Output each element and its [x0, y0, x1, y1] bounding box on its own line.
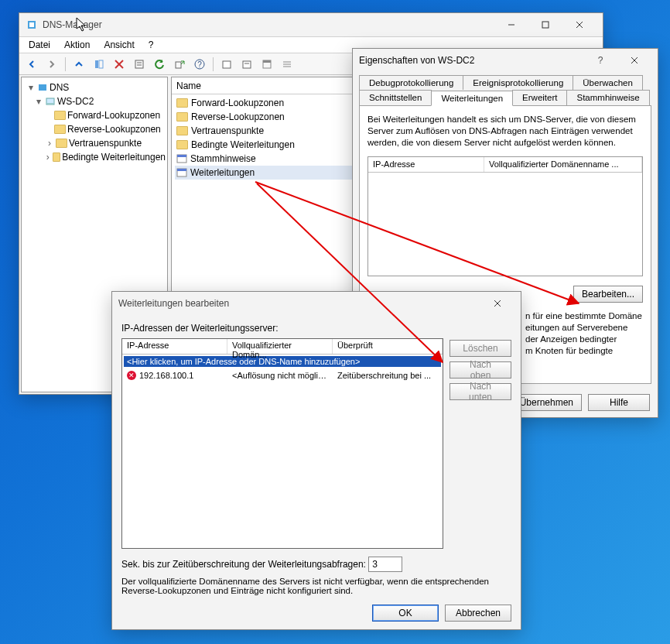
col-fqdn[interactable]: Vollqualifizierter Domän... — [227, 339, 333, 354]
svg-rect-7 — [99, 60, 103, 68]
menu-action[interactable]: Aktion — [58, 38, 96, 52]
ip-list[interactable]: IP-Adresse Vollqualifizierter Domän... Ü… — [121, 338, 443, 549]
tree-server-label: WS-DC2 — [57, 96, 94, 107]
forwarders-note: n für eine bestimmte Domäne eitungen auf… — [525, 310, 642, 357]
svg-rect-26 — [47, 103, 53, 104]
tab-debug[interactable]: Debugprotokollierung — [359, 75, 463, 90]
menu-help[interactable]: ? — [142, 38, 160, 52]
window-title: DNS-Manager — [43, 19, 102, 30]
ip-value: 192.168.100.1 — [139, 371, 193, 380]
edit-forwarders-button[interactable]: Bearbeiten... — [573, 286, 643, 303]
svg-rect-3 — [542, 22, 549, 28]
titlebar[interactable]: Eigenschaften von WS-DC2 ? — [353, 49, 658, 72]
add-ip-placeholder[interactable]: <Hier klicken, um IP-Adresse oder DNS-Na… — [124, 356, 441, 367]
tab-monitor[interactable]: Überwachen — [573, 75, 643, 90]
col-ip[interactable]: IP-Adresse — [368, 157, 484, 172]
dialog-title: Weiterleitungen bearbeiten — [118, 298, 229, 309]
svg-rect-20 — [263, 60, 271, 63]
tree-folder[interactable]: ›Vertrauenspunkte — [23, 136, 166, 150]
tab-roothints[interactable]: Stammhinweise — [566, 90, 649, 105]
apply-button[interactable]: Übernehmen — [511, 394, 582, 411]
folder-icon — [176, 112, 188, 122]
delete-ip-button[interactable]: Löschen — [450, 340, 511, 357]
ok-button[interactable]: OK — [372, 605, 439, 622]
tree-item-label: Vertrauenspunkte — [69, 138, 142, 149]
menu-file[interactable]: Datei — [22, 38, 56, 52]
new-zone-button[interactable] — [217, 56, 236, 73]
list-button[interactable] — [278, 56, 296, 73]
cursor-icon — [76, 17, 88, 33]
move-up-button[interactable]: Nach oben — [450, 361, 511, 379]
svg-rect-16 — [223, 61, 231, 68]
tab-advanced[interactable]: Erweitert — [512, 90, 567, 105]
close-button[interactable] — [562, 14, 597, 36]
list-item-label: Reverse-Lookupzonen — [191, 111, 285, 122]
folder-icon — [56, 139, 67, 148]
titlebar[interactable]: DNS-Manager — [19, 13, 603, 36]
move-down-button[interactable]: Nach unten — [450, 383, 511, 400]
list-item-label: Stammhinweise — [190, 153, 256, 164]
svg-rect-17 — [243, 61, 251, 68]
new-record-button[interactable] — [238, 56, 256, 73]
export-button[interactable] — [170, 56, 189, 73]
list-item-label: Bedingte Weiterleitungen — [191, 139, 295, 150]
tree-root[interactable]: ▾ DNS — [23, 80, 166, 94]
tab-forwarders[interactable]: Weiterleitungen — [431, 91, 513, 106]
svg-rect-6 — [95, 60, 98, 68]
folder-icon — [54, 111, 66, 120]
back-button[interactable] — [22, 56, 41, 73]
tree-item-label: Reverse-Lookupzonen — [67, 124, 161, 135]
tree-item-label: Bedingte Weiterleitungen — [62, 152, 166, 163]
error-icon: ✕ — [127, 371, 136, 380]
folder-icon — [176, 140, 188, 149]
tree-folder[interactable]: ›Bedingte Weiterleitungen — [23, 150, 166, 164]
tree-server[interactable]: ▾ WS-DC2 — [23, 94, 166, 108]
svg-rect-10 — [135, 60, 143, 68]
maximize-button[interactable] — [528, 14, 562, 36]
svg-rect-28 — [177, 155, 186, 157]
folder-icon — [176, 126, 188, 135]
timeout-input[interactable] — [368, 557, 402, 572]
help-button[interactable]: ? — [190, 56, 209, 73]
forwarders-list[interactable]: IP-Adresse Vollqualifizierter Domänennam… — [367, 156, 643, 276]
svg-text:?: ? — [197, 60, 202, 69]
list-header-name: Name — [176, 80, 201, 91]
forward-button[interactable] — [43, 56, 61, 73]
cancel-button[interactable]: Abbrechen — [445, 605, 511, 622]
list-item-label: Forward-Lookupzonen — [191, 98, 284, 108]
svg-rect-13 — [176, 62, 181, 68]
tab-interfaces[interactable]: Schnittstellen — [359, 90, 432, 105]
tree-root-label: DNS — [50, 82, 69, 93]
list-item-label: Weiterleitungen — [190, 167, 255, 178]
svg-rect-1 — [29, 22, 34, 27]
help-button-bottom[interactable]: Hilfe — [588, 394, 650, 411]
server-icon — [45, 96, 56, 107]
delete-button[interactable] — [110, 56, 128, 73]
col-verified[interactable]: Überprüft — [333, 339, 443, 354]
ip-list-label: IP-Adressen der Weiterleitungsserver: — [121, 323, 511, 334]
verified-value: Zeitüberschreitung bei ... — [333, 371, 443, 380]
edit-forwarders-dialog: Weiterleitungen bearbeiten IP-Adressen d… — [111, 291, 521, 630]
help-button[interactable]: ? — [583, 50, 617, 71]
up-button[interactable] — [70, 56, 88, 73]
tree-item-label: Forward-Lookupzonen — [67, 110, 160, 121]
folder-icon — [54, 125, 66, 134]
titlebar[interactable]: Weiterleitungen bearbeiten — [112, 292, 521, 315]
close-button[interactable] — [617, 50, 651, 71]
tree-folder[interactable]: Forward-Lookupzonen — [23, 108, 166, 122]
show-hide-tree-button[interactable] — [90, 56, 108, 73]
refresh-button[interactable] — [150, 56, 169, 73]
ip-row[interactable]: ✕ 192.168.100.1 <Auflösung nicht möglic.… — [122, 368, 443, 382]
minimize-button[interactable] — [494, 14, 528, 36]
list-item-label: Vertrauenspunkte — [191, 125, 264, 136]
tree-folder[interactable]: Reverse-Lookupzonen — [23, 122, 166, 136]
col-ip[interactable]: IP-Adresse — [122, 339, 227, 354]
app-icon — [26, 19, 38, 31]
menu-view[interactable]: Ansicht — [97, 38, 140, 52]
col-fqdn[interactable]: Vollqualifizierter Domänenname ... — [484, 157, 642, 172]
close-button[interactable] — [480, 293, 514, 314]
forwarders-blurb: Bei Weiterleitungen handelt es sich um D… — [367, 114, 643, 149]
filter-button[interactable] — [258, 56, 276, 73]
tab-event[interactable]: Ereignisprotokollierung — [463, 75, 573, 90]
properties-button[interactable] — [130, 56, 149, 73]
